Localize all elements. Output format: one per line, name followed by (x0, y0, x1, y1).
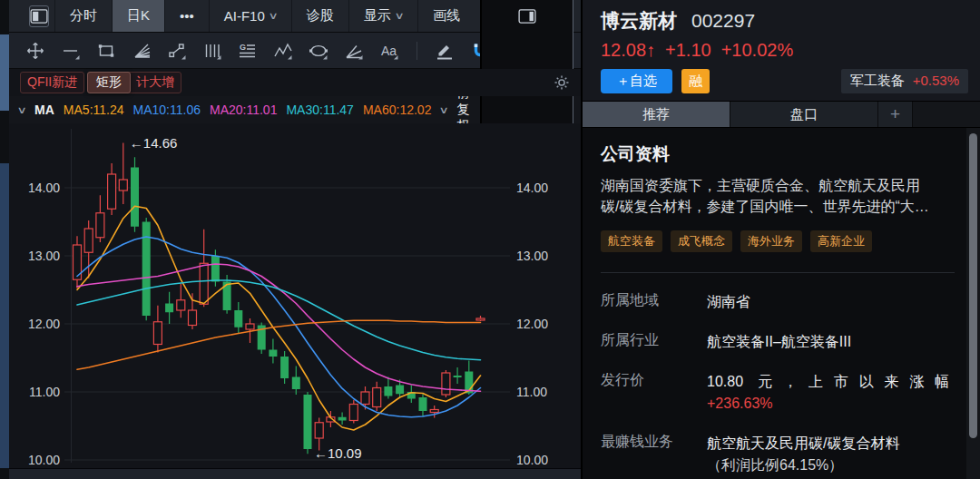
trendline-icon[interactable] (61, 41, 81, 61)
concept-tag[interactable]: 成飞概念 (671, 230, 732, 252)
toolbar-button-more[interactable]: ••• (164, 0, 209, 32)
price-row: 12.08↑ +1.10 +10.02% (601, 40, 980, 61)
text-icon[interactable]: Aa (379, 41, 399, 61)
ma-value-1[interactable]: MA5:11.24 (64, 103, 124, 117)
info-value: 航空装备II–航空装备III (707, 331, 949, 353)
gear-icon[interactable] (554, 74, 570, 91)
company-profile-panel: 公司资料 湖南国资委旗下，主营硬质合金、航空航天及民用碳/碳复合材料，参建了国内… (583, 128, 980, 479)
vertical-lines-icon[interactable] (202, 41, 222, 61)
stock-header: 博云新材 002297 12.08↑ +1.10 +10.02% ＋自选 融 军… (583, 0, 980, 101)
price-annotation: ←14.66 (130, 135, 178, 151)
candle (119, 180, 127, 191)
candle (153, 322, 162, 345)
candle (131, 168, 139, 227)
ma-value-2[interactable]: MA10:11.06 (133, 103, 201, 117)
scrollbar-track[interactable] (966, 128, 980, 479)
concept-tags: 航空装备成飞概念海外业务高新企业 (601, 230, 949, 252)
toolbar-button-label: 画线 (433, 7, 460, 24)
candle (315, 423, 323, 438)
info-row-industry: 所属行业航空装备II–航空装备III (601, 331, 949, 353)
info-label: 最赚钱业务 (601, 433, 707, 476)
toolbar-button-diagnose[interactable]: 诊股 (291, 0, 348, 32)
candle (211, 256, 220, 282)
tab-recommend[interactable]: 推荐 (583, 102, 730, 127)
fan-lines-icon[interactable] (132, 41, 152, 61)
left-rail-scroll-segment-bottom[interactable] (0, 163, 9, 468)
candle (142, 222, 151, 317)
svg-text:Aa: Aa (381, 44, 397, 58)
sector-quote[interactable]: 军工装备 +0.53% (841, 69, 968, 93)
info-value-line2: （利润比例64.15%） (707, 455, 949, 476)
ma-label[interactable]: MA (34, 103, 54, 117)
signal-tag-qfii[interactable]: QFII新进 (20, 72, 84, 93)
candle (84, 229, 93, 252)
toolbar-button-display[interactable]: 显示∨ (348, 0, 417, 32)
left-rail (0, 0, 9, 479)
move-icon[interactable] (25, 41, 45, 61)
info-value: 湖南省 (707, 291, 949, 313)
candle (442, 373, 450, 395)
toolbar-button-label: ••• (180, 8, 194, 24)
left-rail-scroll-segment-top[interactable] (0, 34, 9, 111)
toolbar-button-drawline[interactable]: 画线 (417, 0, 475, 32)
margin-trading-badge[interactable]: 融 (681, 69, 710, 93)
info-value-line: 航空航天及民用碳/碳复合材料 (707, 435, 899, 451)
toolbar-button-label: 分时 (70, 7, 97, 24)
rectangle-icon[interactable] (96, 41, 116, 61)
ma-line-MA30 (77, 280, 481, 360)
toolbar-button-label: 显示 (364, 7, 391, 24)
section-title: 公司资料 (601, 142, 949, 166)
chevron-down-icon[interactable]: ∨ (16, 104, 26, 116)
price-change-percent: +10.02% (721, 40, 794, 61)
pencil-icon[interactable] (435, 41, 455, 61)
ellipse-icon[interactable] (309, 41, 328, 61)
drawing-tool-tooltip: 矩形 (87, 72, 131, 93)
stock-info-pane: 博云新材 002297 12.08↑ +1.10 +10.02% ＋自选 融 军… (581, 0, 980, 479)
toggle-left-panel-button[interactable] (29, 5, 49, 27)
toolbar-button-daily-k[interactable]: 日K (112, 0, 164, 32)
toolbar-button-label: 日K (127, 7, 150, 24)
segment-icon[interactable] (167, 41, 187, 61)
chart-label: 12.00 (28, 317, 60, 331)
candlestick-chart-area: 14.0014.0013.0013.0012.0012.0011.0011.00… (9, 123, 581, 468)
zigzag-icon[interactable] (273, 41, 293, 61)
info-row-top-business: 最赚钱业务航空航天及民用碳/碳复合材料（利润比例64.15%） (601, 433, 949, 476)
ma-value-4[interactable]: MA30:11.47 (286, 103, 353, 117)
chart-pane-main: 分时日K•••AI-F10∨诊股显示∨画线 GAa QFII新进 计大增 矩形 (9, 0, 581, 479)
period-toolbar: 分时日K•••AI-F10∨诊股显示∨画线 (9, 0, 581, 33)
info-row-issue-price: 发行价10.80 元，上市以来涨幅+236.63% (601, 371, 949, 415)
chart-pane: 分时日K•••AI-F10∨诊股显示∨画线 GAa QFII新进 计大增 矩形 (0, 0, 581, 479)
ma-value-3[interactable]: MA20:11.01 (210, 103, 277, 117)
candle (108, 174, 116, 209)
toolbar-button-fenshi[interactable]: 分时 (54, 0, 112, 32)
info-value-line2: +236.63% (707, 393, 949, 415)
info-value: 航空航天及民用碳/碳复合材料（利润比例64.15%） (707, 433, 949, 476)
chart-label: 12.00 (516, 317, 548, 331)
chart-label: 10.00 (516, 453, 548, 467)
toolbar-buttons: 分时日K•••AI-F10∨诊股显示∨画线 (54, 0, 475, 32)
candle (338, 417, 347, 421)
concept-tag[interactable]: 航空装备 (601, 230, 662, 252)
candle (246, 324, 254, 329)
toolbar-button-ai-f10[interactable]: AI-F10∨ (209, 0, 291, 32)
chevron-down-icon[interactable]: ∨ (439, 104, 449, 116)
candlestick-chart[interactable]: 14.0014.0013.0013.0012.0012.0011.0011.00… (9, 123, 581, 470)
scrollbar-thumb[interactable] (969, 133, 977, 438)
candle (200, 263, 208, 304)
ma-value-5[interactable]: MA60:12.02 (363, 103, 432, 117)
gann-icon[interactable]: G (238, 41, 258, 61)
last-price: 12.08↑ (601, 40, 655, 61)
toolbar-button-label: AI-F10 (224, 8, 265, 24)
panel-left-icon (30, 9, 48, 24)
tab-order-book[interactable]: 盘口 (730, 102, 878, 127)
ma-line-MA20 (77, 264, 481, 391)
tab-add-tab[interactable]: + (878, 102, 913, 127)
add-watchlist-button[interactable]: ＋自选 (601, 69, 672, 93)
candle (454, 376, 462, 377)
concept-tag[interactable]: 高新企业 (810, 230, 872, 252)
info-row-region: 所属地域湖南省 (601, 291, 949, 313)
candle (361, 392, 369, 405)
angle-fan-icon[interactable] (344, 41, 364, 61)
concept-tag[interactable]: 海外业务 (740, 230, 802, 252)
candle (419, 397, 427, 411)
